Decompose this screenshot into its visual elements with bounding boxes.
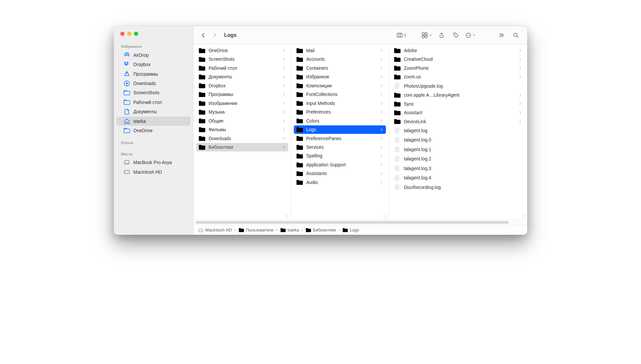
folder-row[interactable]: Downloads bbox=[196, 134, 288, 142]
folder-icon bbox=[199, 109, 205, 115]
zoom-window-button[interactable] bbox=[134, 32, 138, 36]
folder-row[interactable]: Библиотеки bbox=[196, 143, 288, 151]
file-row[interactable]: DiscRecording.log bbox=[392, 183, 525, 192]
folder-row[interactable]: Assistants bbox=[294, 169, 386, 178]
minimize-window-button[interactable] bbox=[127, 32, 132, 36]
folder-row[interactable]: Композиции bbox=[294, 81, 386, 90]
chevron-right-icon bbox=[275, 228, 278, 232]
folder-row[interactable]: Colors bbox=[294, 117, 386, 125]
path-crumb[interactable]: Библиотеки bbox=[306, 228, 336, 232]
sidebar-location-item[interactable]: Macintosh HD bbox=[117, 167, 191, 176]
chevron-right-icon bbox=[519, 119, 522, 124]
folder-row[interactable]: Application Support bbox=[294, 160, 386, 169]
folder-row[interactable]: Sync bbox=[392, 100, 525, 108]
group-by-button[interactable] bbox=[422, 31, 432, 40]
folder-row[interactable]: PreferencePanes bbox=[294, 134, 386, 142]
chevron-right-icon bbox=[380, 118, 383, 124]
folder-row[interactable]: Mail bbox=[294, 46, 386, 54]
forward-button[interactable] bbox=[210, 31, 220, 40]
folder-row[interactable]: Музыка bbox=[196, 108, 288, 116]
file-row[interactable]: talagent.log.1 bbox=[392, 145, 525, 154]
row-label: talagent.log.3 bbox=[404, 166, 522, 171]
folder-row[interactable]: Избранное bbox=[294, 73, 386, 81]
folder-row[interactable]: FontCollections bbox=[294, 90, 386, 99]
toolbar: Logs bbox=[194, 27, 527, 44]
sidebar-location-item[interactable]: MacBook Pro Asya bbox=[117, 158, 191, 167]
share-button[interactable] bbox=[437, 31, 446, 40]
folder-row[interactable]: zoom.us bbox=[392, 73, 525, 81]
chevron-right-icon bbox=[380, 92, 383, 97]
row-label: talagent.log.2 bbox=[404, 156, 522, 162]
folder-row[interactable]: Logs bbox=[294, 125, 386, 134]
row-label: Input Methods bbox=[306, 101, 377, 106]
path-crumb-label: Библиотеки bbox=[313, 228, 336, 232]
chevron-right-icon bbox=[380, 65, 383, 71]
folder-row[interactable]: Accounts bbox=[294, 55, 386, 63]
folder-row[interactable]: Preferences bbox=[294, 108, 386, 116]
chevron-right-icon bbox=[380, 57, 383, 62]
folder-row[interactable]: ZoomPhone bbox=[392, 64, 525, 72]
column-resize-handle[interactable]: ││ bbox=[521, 214, 526, 218]
folder-row[interactable]: Общие bbox=[196, 117, 288, 125]
sidebar-item-label: AirDrop bbox=[134, 52, 186, 58]
folder-row[interactable]: Рабочий стол bbox=[196, 64, 288, 72]
folder-row[interactable]: Фильмы bbox=[196, 125, 288, 134]
sidebar-item[interactable]: Программы bbox=[117, 69, 191, 78]
file-row[interactable]: talagent.log.2 bbox=[392, 154, 525, 163]
path-crumb[interactable]: Macintosh HD bbox=[198, 228, 232, 232]
column-resize-handle[interactable]: ││ bbox=[382, 214, 387, 218]
folder-row[interactable]: ScreenShots bbox=[196, 55, 288, 63]
horizontal-scrollbar[interactable] bbox=[194, 219, 527, 225]
file-row[interactable]: talagent.log.3 bbox=[392, 164, 525, 173]
folder-row[interactable]: Assistant bbox=[392, 109, 525, 117]
folder-row[interactable]: Dropbox bbox=[196, 81, 288, 90]
path-crumb[interactable]: Пользователи bbox=[239, 228, 274, 232]
path-crumb[interactable]: starka bbox=[280, 228, 299, 232]
sidebar-item[interactable]: starka bbox=[117, 117, 191, 126]
folder-row[interactable]: com.apple.A…LibraryAgent bbox=[392, 91, 525, 99]
search-button[interactable] bbox=[511, 31, 520, 40]
path-crumb-label: Пользователи bbox=[246, 228, 273, 232]
path-crumb[interactable]: Logs bbox=[343, 228, 359, 232]
folder-row[interactable]: Containers bbox=[294, 64, 386, 72]
sidebar-item[interactable]: AirDrop bbox=[117, 50, 191, 59]
path-bar: Macintosh HDПользователиstarkaБиблиотеки… bbox=[194, 225, 527, 234]
folder-row[interactable]: Программы bbox=[196, 90, 288, 99]
file-row[interactable]: talagent.log bbox=[392, 126, 525, 135]
more-actions-button[interactable] bbox=[465, 31, 476, 40]
folder-outline-icon bbox=[124, 99, 130, 105]
folder-row[interactable]: Audio bbox=[294, 178, 386, 186]
folder-row[interactable]: Services bbox=[294, 143, 386, 151]
row-label: ZoomPhone bbox=[404, 65, 515, 71]
file-row[interactable]: talagent.log.4 bbox=[392, 173, 525, 182]
folder-row[interactable]: OneDrive bbox=[196, 46, 288, 54]
sidebar-item[interactable]: Документы bbox=[117, 107, 191, 116]
view-columns-button[interactable] bbox=[397, 31, 407, 40]
row-label: Accounts bbox=[306, 57, 377, 62]
chevron-right-icon bbox=[282, 65, 286, 71]
row-label: Adobe bbox=[404, 48, 515, 53]
file-row[interactable]: PhotosUpgrade.log bbox=[392, 81, 525, 90]
back-button[interactable] bbox=[198, 31, 208, 40]
sidebar-item[interactable]: OneDrive bbox=[117, 126, 191, 135]
folder-row[interactable]: Input Methods bbox=[294, 99, 386, 107]
folder-icon bbox=[296, 171, 303, 176]
folder-row[interactable]: Документы bbox=[196, 73, 288, 81]
column-resize-handle[interactable]: ││ bbox=[284, 214, 290, 218]
tags-button[interactable] bbox=[451, 31, 461, 40]
folder-row[interactable]: Изображения bbox=[196, 99, 288, 107]
folder-icon bbox=[296, 153, 303, 159]
close-window-button[interactable] bbox=[120, 32, 125, 36]
folder-row[interactable]: Adobe bbox=[392, 46, 525, 54]
sidebar-item[interactable]: Рабочий стол bbox=[117, 98, 191, 107]
sidebar-item-label: Программы bbox=[134, 71, 186, 77]
folder-row[interactable]: Spelling bbox=[294, 152, 386, 160]
folder-row[interactable]: DeviceLink bbox=[392, 117, 525, 126]
sidebar-item[interactable]: Downloads bbox=[117, 79, 191, 88]
sidebar: Избранное AirDropDropboxПрограммыDownloa… bbox=[114, 27, 194, 235]
folder-row[interactable]: CreativeCloud bbox=[392, 55, 525, 63]
sidebar-item[interactable]: ScreenShots bbox=[117, 88, 191, 97]
toolbar-overflow-button[interactable] bbox=[497, 31, 506, 40]
sidebar-item[interactable]: Dropbox bbox=[117, 60, 191, 69]
file-row[interactable]: talagent.log.0 bbox=[392, 136, 525, 144]
